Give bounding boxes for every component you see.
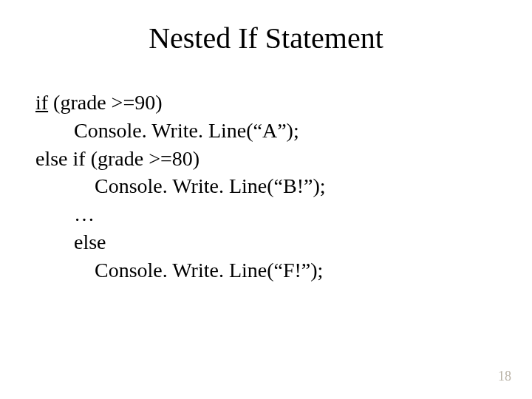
code-line-3: else if (grade >=80) — [35, 145, 497, 173]
code-line-4: Console. Write. Line(“B!”); — [35, 172, 497, 200]
code-line-1: if (grade >=90) — [35, 89, 497, 117]
keyword-if: if — [35, 91, 48, 114]
code-line-6: else — [35, 228, 497, 256]
slide-title: Nested If Statement — [0, 21, 532, 55]
code-text: (grade >=90) — [48, 91, 162, 114]
code-line-5: … — [35, 200, 497, 228]
code-block: if (grade >=90) Console. Write. Line(“A”… — [35, 89, 497, 284]
code-line-2: Console. Write. Line(“A”); — [35, 117, 497, 145]
code-line-7: Console. Write. Line(“F!”); — [35, 256, 497, 284]
slide: Nested If Statement if (grade >=90) Cons… — [0, 0, 532, 399]
page-number: 18 — [498, 369, 511, 384]
